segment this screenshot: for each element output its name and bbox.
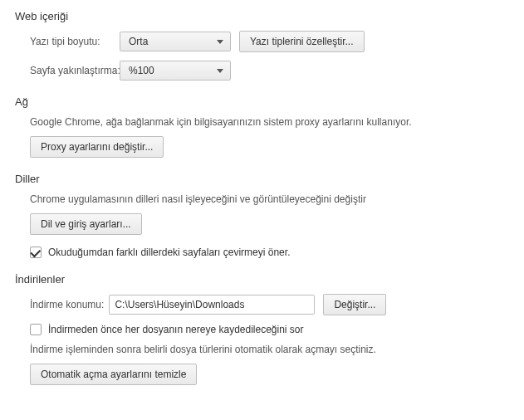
download-location-input[interactable] bbox=[109, 295, 315, 315]
row-page-zoom: Sayfa yakınlaştırma: %100 bbox=[30, 61, 509, 81]
chevron-down-icon bbox=[217, 69, 223, 73]
chevron-down-icon bbox=[217, 40, 223, 44]
ask-before-download-checkbox[interactable] bbox=[30, 324, 42, 335]
page-zoom-value: %100 bbox=[129, 65, 154, 76]
auto-open-note: İndirme işleminden sonra belirli dosya t… bbox=[30, 344, 509, 355]
change-proxy-button[interactable]: Proxy ayarlarını değiştir... bbox=[30, 136, 164, 158]
customize-fonts-button[interactable]: Yazı tiplerini özelleştir... bbox=[239, 31, 365, 52]
section-languages: Diller Chrome uygulamasının dilleri nası… bbox=[15, 173, 509, 258]
row-download-location: İndirme konumu: Değiştir... bbox=[30, 294, 509, 315]
row-font-size: Yazı tipi boyutu: Orta Yazı tiplerini öz… bbox=[30, 31, 509, 52]
section-title-web-content: Web içeriği bbox=[15, 10, 509, 22]
section-network: Ağ Google Chrome, ağa bağlanmak için bil… bbox=[15, 95, 509, 158]
change-download-location-button[interactable]: Değiştir... bbox=[323, 294, 386, 315]
ask-before-download-label: İndirmeden önce her dosyanın nereye kayd… bbox=[48, 324, 304, 335]
section-title-network: Ağ bbox=[15, 95, 509, 108]
ask-before-download-row: İndirmeden önce her dosyanın nereye kayd… bbox=[30, 324, 509, 335]
font-size-select[interactable]: Orta bbox=[120, 32, 231, 51]
section-title-languages: Diller bbox=[15, 173, 509, 185]
section-title-downloads: İndirilenler bbox=[15, 273, 509, 286]
language-input-settings-button[interactable]: Dil ve giriş ayarları... bbox=[30, 213, 142, 235]
translate-offer-label: Okuduğumdan farklı dillerdeki sayfaları … bbox=[48, 247, 290, 258]
languages-description: Chrome uygulamasının dilleri nasıl işley… bbox=[30, 193, 509, 205]
section-web-content: Web içeriği Yazı tipi boyutu: Orta Yazı … bbox=[15, 10, 509, 81]
font-size-label: Yazı tipi boyutu: bbox=[30, 36, 113, 47]
clear-auto-open-button[interactable]: Otomatik açma ayarlarını temizle bbox=[30, 364, 197, 385]
section-downloads: İndirilenler İndirme konumu: Değiştir...… bbox=[15, 273, 509, 385]
translate-offer-checkbox[interactable] bbox=[30, 247, 42, 258]
network-description: Google Chrome, ağa bağlanmak için bilgis… bbox=[30, 116, 509, 128]
font-size-value: Orta bbox=[129, 36, 148, 47]
page-zoom-label: Sayfa yakınlaştırma: bbox=[30, 65, 113, 76]
page-zoom-select[interactable]: %100 bbox=[120, 61, 231, 81]
translate-offer-row: Okuduğumdan farklı dillerdeki sayfaları … bbox=[30, 247, 509, 258]
download-location-label: İndirme konumu: bbox=[30, 299, 104, 310]
